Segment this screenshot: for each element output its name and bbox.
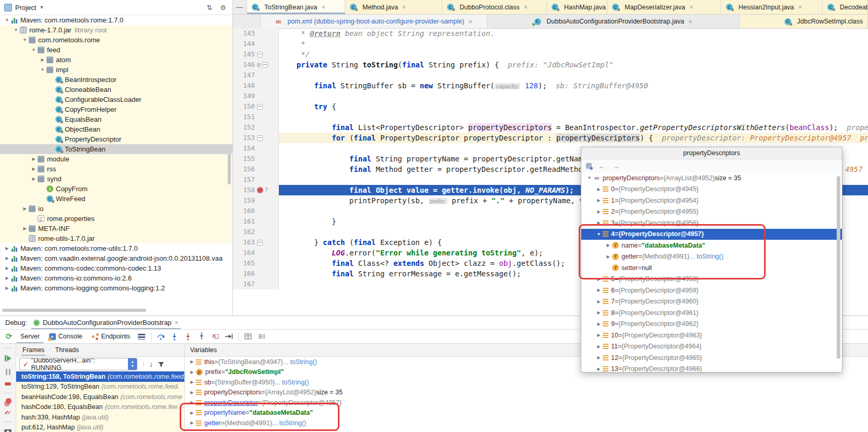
expander-icon[interactable]: ▶ [595, 344, 603, 349]
variable-row[interactable]: ▶propertyDescriptors = {ArrayList@4952} … [185, 388, 868, 398]
view-options-icon[interactable] [586, 163, 592, 169]
gutter[interactable]: 152 [233, 122, 279, 133]
frame-row[interactable]: put:612, HashMap (java.util) [16, 423, 184, 432]
tree-item[interactable]: CWireFeed [0, 194, 232, 204]
gutter[interactable]: 153 [233, 133, 279, 143]
gutter[interactable]: 163 [233, 237, 279, 248]
tree-item[interactable]: ▼com.rometools.rome [0, 35, 232, 45]
project-horizontal-scrollbar[interactable] [2, 309, 146, 312]
gutter[interactable]: 155 [233, 154, 279, 164]
tree-item[interactable]: ▶Maven: commons-logging:commons-logging:… [0, 283, 232, 293]
tree-item[interactable]: ▶synd [0, 174, 232, 184]
gutter[interactable]: 156 [233, 164, 279, 174]
tab-frames[interactable]: Frames [21, 345, 45, 356]
popup-row[interactable]: ▶13 = {PropertyDescriptor@4966} [581, 364, 842, 373]
tree-item[interactable]: CBeanIntrospector [0, 75, 232, 85]
gear-icon[interactable]: ⚙ [218, 4, 228, 11]
editor-tab[interactable]: CMethod.java× [345, 0, 442, 14]
tree-expander-icon[interactable]: ▶ [30, 157, 38, 161]
thread-stepper[interactable]: ▲▼ [128, 358, 137, 370]
variable-row[interactable]: ▶sb = {StringBuffer@4950} ... toString() [185, 377, 868, 388]
expander-icon[interactable]: ▶ [595, 299, 603, 304]
editor-tab[interactable]: CDecodeableRpcInv [823, 0, 868, 14]
frame-row[interactable]: hash:339, HashMap (java.util) [16, 412, 184, 423]
expander-icon[interactable]: ▶ [595, 277, 603, 282]
variable-row[interactable]: ▶propertyName = "databaseMetaData" [185, 408, 868, 418]
popup-row[interactable]: fsetter = null [581, 262, 842, 274]
tree-item[interactable]: ▶Maven: commons-codec:commons-codec:1.13 [0, 263, 232, 273]
close-icon[interactable]: × [798, 3, 802, 11]
expander-icon[interactable]: ▶ [188, 400, 196, 405]
gutter[interactable]: 157 [233, 174, 279, 185]
expander-icon[interactable]: ▶ [188, 390, 196, 395]
expander-icon[interactable]: ▶ [188, 380, 196, 384]
gutter[interactable]: 145 [233, 49, 279, 60]
popup-row[interactable]: ▶9 = {PropertyDescriptor@4962} [581, 319, 842, 330]
evaluate-expression-icon[interactable] [242, 331, 254, 342]
close-icon[interactable]: × [402, 3, 406, 11]
fold-icon[interactable] [257, 135, 263, 141]
tree-item[interactable]: CCloneableBean [0, 85, 232, 95]
fold-icon[interactable] [257, 240, 263, 246]
gutter[interactable]: 162 [233, 227, 279, 237]
tab-console[interactable]: ▸Console [45, 330, 86, 343]
close-icon[interactable]: × [468, 18, 473, 26]
expander-icon[interactable]: ▶ [595, 288, 603, 293]
gutter[interactable]: 147 [233, 70, 279, 80]
gutter[interactable]: 167 [233, 279, 279, 289]
expander-icon[interactable]: ▶ [604, 254, 612, 259]
tree-item[interactable]: rome.properties [0, 214, 232, 224]
frame-row[interactable]: toString:129, ToStringBean (com.rometool… [16, 382, 184, 392]
gutter[interactable]: 149 [233, 91, 279, 101]
layout-settings-icon[interactable] [256, 331, 267, 342]
mute-breakpoints-icon[interactable] [4, 411, 11, 415]
editor-tab[interactable]: CMapDeserializer.java× [607, 0, 721, 14]
popup-row[interactable]: ▶7 = {PropertyDescriptor@4960} [581, 296, 842, 308]
popup-row[interactable]: ▶1 = {PropertyDescriptor@4954} [581, 195, 842, 206]
filter-icon[interactable] [157, 360, 165, 368]
tree-item[interactable]: rome-utils-1.7.0.jar [0, 233, 232, 243]
tree-item[interactable]: ▶META-INF [0, 224, 232, 233]
tree-expander-icon[interactable]: ▶ [3, 266, 11, 271]
gutter[interactable]: 143 [233, 28, 279, 39]
tab-server[interactable]: Server [17, 330, 43, 343]
debug-session-tab[interactable]: DubboAutoConfigurationProviderBootstrap … [31, 316, 181, 329]
expander-icon[interactable]: ▶ [188, 421, 196, 425]
popup-row[interactable]: ▶12 = {PropertyDescriptor@4965} [581, 352, 842, 364]
thread-dump-icon[interactable] [4, 429, 11, 432]
run-to-cursor-icon[interactable] [223, 331, 234, 342]
close-icon[interactable]: × [688, 18, 693, 26]
expander-icon[interactable]: ▶ [595, 333, 603, 337]
popup-row[interactable]: ▶fname = "databaseMetaData" [581, 240, 842, 251]
breakpoint-icon[interactable]: ✓ [257, 187, 263, 193]
tree-expander-icon[interactable]: ▶ [3, 256, 11, 261]
tree-item[interactable]: CPropertyDescriptor [0, 134, 232, 144]
popup-row[interactable]: ▶0 = {PropertyDescriptor@4945} [581, 184, 842, 195]
tree-expander-icon[interactable]: ▶ [30, 177, 38, 181]
tree-item[interactable]: ▶Maven: com.rometools:rome-utils:1.7.0 [0, 243, 232, 253]
step-into-icon[interactable] [169, 331, 180, 342]
expander-icon[interactable]: ▼ [585, 176, 593, 180]
expander-icon[interactable]: ▶ [604, 243, 612, 248]
fold-icon[interactable] [257, 52, 263, 57]
tree-item[interactable]: ▼impl [0, 65, 232, 75]
expander-icon[interactable]: ▶ [595, 209, 603, 214]
step-out-icon[interactable] [196, 331, 207, 342]
force-step-into-icon[interactable] [182, 331, 194, 342]
frame-row[interactable]: hashCode:180, EqualsBean (com.rometools.… [16, 402, 184, 413]
tree-item[interactable]: ▶module [0, 154, 232, 164]
close-icon[interactable]: × [321, 3, 325, 11]
gutter[interactable]: 159 [233, 195, 279, 206]
fold-icon[interactable] [257, 104, 263, 110]
expander-icon[interactable]: ▶ [595, 198, 603, 203]
expander-icon[interactable]: ▶ [595, 367, 603, 371]
frame-row[interactable]: toString:158, ToStringBean (com.rometool… [16, 371, 184, 382]
tree-item[interactable]: ▼feed [0, 45, 232, 55]
editor-tab[interactable]: CToStringBean.java× [247, 0, 345, 14]
tree-expander-icon[interactable]: ▶ [39, 57, 46, 62]
tab-endpoints[interactable]: Endpoints [88, 330, 134, 343]
expander-icon[interactable]: ▶ [595, 355, 603, 360]
gutter[interactable]: 144 [233, 39, 279, 49]
hide-tabs-button[interactable]: — [233, 0, 247, 14]
back-icon[interactable]: ← [598, 161, 606, 170]
